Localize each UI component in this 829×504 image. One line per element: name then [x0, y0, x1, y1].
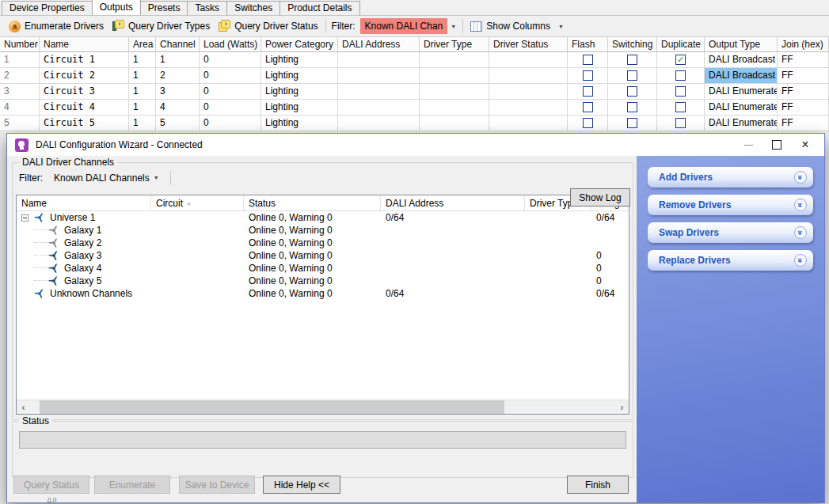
finish-button[interactable]: Finish: [567, 476, 629, 494]
cell-driver_status: [489, 68, 568, 84]
cell-load: 0: [200, 68, 261, 84]
column-header-join-hex[interactable]: Join (hex): [778, 36, 829, 52]
tree-column-header-circuit[interactable]: Circuit▲: [151, 195, 244, 210]
table-row[interactable]: 2Circuit 2120LightingDALI BroadcastFF: [0, 68, 829, 84]
table-row[interactable]: 5Circuit 5150LightingDALI EnumeratedFF: [0, 116, 829, 131]
checkbox-switching[interactable]: [627, 102, 637, 112]
tab-tasks[interactable]: Tasks: [187, 1, 227, 15]
channel-spiral-icon: [34, 288, 45, 299]
tree-row-unknown-channels[interactable]: Unknown ChannelsOnline 0, Warning 00/640…: [17, 287, 629, 300]
horizontal-scrollbar[interactable]: ‹ ›: [17, 400, 629, 414]
drivers-action-panel: Add Drivers»Remove Drivers»Swap Drivers»…: [637, 156, 824, 502]
tree-row-galaxy-5[interactable]: Galaxy 5Online 0, Warning 00: [17, 275, 629, 287]
scroll-right-arrow[interactable]: ›: [615, 401, 629, 414]
minimize-button[interactable]: [734, 134, 762, 156]
column-header-flash[interactable]: Flash: [568, 36, 608, 52]
status-group-label: Status: [19, 415, 52, 426]
cell-area: 1: [129, 84, 156, 100]
remove-drivers-button[interactable]: Remove Drivers»: [648, 195, 813, 215]
enumerate-button[interactable]: Enumerate: [94, 476, 170, 494]
checkbox-switching[interactable]: [627, 86, 637, 97]
column-header-load-watts[interactable]: Load (Watts): [200, 36, 261, 52]
tree-row-universe-1[interactable]: Universe 1Online 0, Warning 00/640/64: [17, 211, 629, 224]
cell-load: 0: [200, 52, 261, 68]
column-header-driver-type[interactable]: Driver Type: [420, 36, 489, 52]
checkbox-switching[interactable]: [627, 118, 637, 128]
status-group: Status: [12, 421, 633, 478]
table-row[interactable]: 1Circuit 1110Lighting✓DALI BroadcastFF: [0, 52, 829, 68]
replace-drivers-button[interactable]: Replace Drivers»: [648, 250, 813, 271]
query-status-all-button[interactable]: Query Status All: [13, 476, 89, 494]
scroll-left-arrow[interactable]: ‹: [17, 401, 30, 414]
cell-load: 0: [200, 116, 261, 131]
column-header-number[interactable]: Number: [0, 36, 40, 52]
tab-device-properties[interactable]: Device Properties: [2, 1, 93, 15]
tree-column-header-status[interactable]: Status: [244, 195, 381, 210]
channel-spiral-icon: [48, 237, 59, 248]
cell-output: DALI Broadcast: [705, 68, 778, 84]
checkbox-duplicate[interactable]: [675, 102, 686, 112]
query-driver-status-label: Query Driver Status: [234, 21, 318, 32]
tab-product-details[interactable]: Product Details: [280, 1, 359, 15]
scrollbar-track[interactable]: [30, 400, 615, 414]
cell-dali: [338, 100, 420, 116]
checkbox-flash[interactable]: [583, 102, 593, 112]
tab-switches[interactable]: Switches: [226, 1, 280, 15]
panel-button-label: Remove Drivers: [648, 199, 794, 210]
checkbox-flash[interactable]: [583, 86, 593, 97]
cell-flash: [568, 84, 608, 100]
column-header-channel[interactable]: Channel: [156, 36, 200, 52]
tree-row-galaxy-1[interactable]: Galaxy 1Online 0, Warning 0: [17, 224, 629, 237]
tree-row-galaxy-4[interactable]: Galaxy 4Online 0, Warning 00: [17, 262, 629, 275]
table-row[interactable]: 3Circuit 3130LightingDALI EnumeratedFF: [0, 84, 829, 100]
close-button[interactable]: ×: [791, 134, 819, 156]
tree-row-galaxy-2[interactable]: Galaxy 2Online 0, Warning 0: [17, 237, 629, 249]
tree-connector-line: [34, 229, 48, 231]
query-driver-status-button[interactable]: i Query Driver Status: [214, 18, 321, 34]
maximize-button[interactable]: [762, 134, 791, 156]
checkbox-flash[interactable]: [583, 70, 593, 81]
scrollbar-thumb[interactable]: [40, 400, 504, 414]
show-columns-button[interactable]: Show Columns ▼: [466, 19, 568, 33]
checkbox-flash[interactable]: [583, 118, 593, 128]
show-log-button[interactable]: Show Log: [570, 188, 630, 207]
checkbox-flash[interactable]: [583, 55, 593, 65]
dialog-filter-dropdown[interactable]: Known DALI Channels ▼: [49, 170, 164, 186]
column-header-duplicate[interactable]: Duplicate: [657, 36, 705, 52]
query-driver-types-button[interactable]: i Query Driver Types: [108, 18, 214, 34]
column-header-power-category[interactable]: Power Category: [261, 36, 338, 52]
column-header-area[interactable]: Area: [129, 36, 156, 52]
column-header-dali-address[interactable]: DALI Address: [338, 36, 420, 52]
cell-switching: [608, 84, 657, 100]
dropdown-arrow-icon[interactable]: ▼: [447, 24, 459, 29]
tab-outputs[interactable]: Outputs: [92, 0, 141, 15]
checkbox-duplicate[interactable]: [675, 70, 686, 81]
dialog-title-bar[interactable]: DALI Configuration Wizard - Connected ×: [7, 134, 824, 156]
enumerate-drivers-button[interactable]: a Enumerate Drivers: [5, 19, 108, 34]
hide-help-button[interactable]: Hide Help <<: [263, 476, 340, 494]
swap-drivers-button[interactable]: Swap Drivers»: [648, 222, 813, 243]
column-header-name[interactable]: Name: [40, 36, 129, 52]
tree-row-galaxy-3[interactable]: Galaxy 3Online 0, Warning 00: [17, 249, 629, 262]
column-header-output-type[interactable]: Output Type: [705, 36, 778, 52]
column-header-driver-status[interactable]: Driver Status: [489, 36, 568, 52]
checkbox-duplicate[interactable]: ✓: [675, 55, 686, 65]
tree-column-header-dali-address[interactable]: DALI Address: [381, 195, 525, 210]
cell-power: Lighting: [261, 68, 338, 84]
checkbox-switching[interactable]: [627, 70, 637, 81]
table-row[interactable]: 4Circuit 4140LightingDALI EnumeratedFF: [0, 100, 829, 116]
grid-filter-dropdown[interactable]: Known DALI Chan: [360, 18, 448, 34]
tree-item-label: Galaxy 3: [64, 249, 101, 262]
tree-expander[interactable]: [21, 214, 34, 222]
column-header-switching[interactable]: Switching: [608, 36, 657, 52]
tab-presets[interactable]: Presets: [140, 1, 188, 15]
cell-name: Circuit 5: [40, 116, 129, 131]
checkbox-switching[interactable]: [627, 55, 637, 65]
add-drivers-button[interactable]: Add Drivers»: [648, 167, 813, 188]
save-to-device-button[interactable]: Save to Device: [179, 476, 255, 494]
collapse-icon[interactable]: [21, 214, 29, 222]
checkbox-duplicate[interactable]: [675, 118, 686, 128]
cell-name: Circuit 4: [40, 100, 129, 116]
checkbox-duplicate[interactable]: [675, 86, 686, 97]
tree-column-header-name[interactable]: Name: [17, 195, 151, 210]
